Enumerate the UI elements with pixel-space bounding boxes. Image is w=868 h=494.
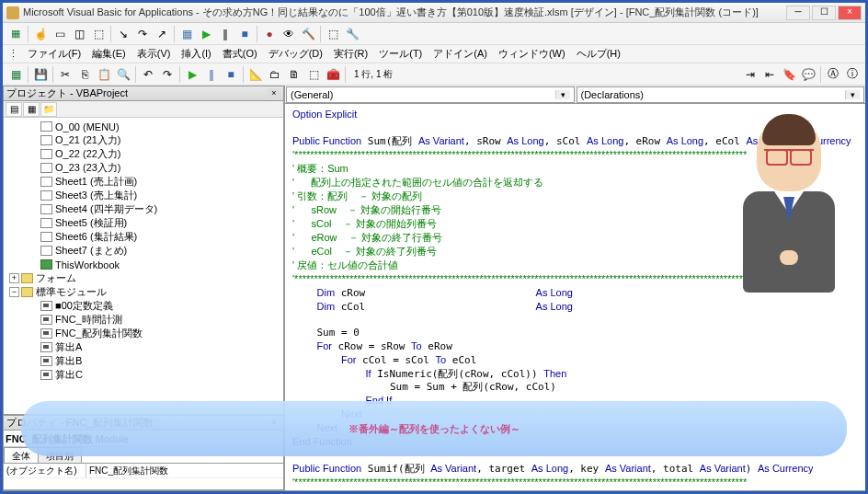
browser-icon[interactable]: ⬚ bbox=[304, 65, 323, 84]
tools-icon[interactable]: 🔧 bbox=[343, 25, 361, 43]
project-panel: プロジェクト - VBAProject × ▤ ▦ 📁 O_00 (MENU)O… bbox=[3, 86, 284, 415]
step-over-icon[interactable]: ↷ bbox=[133, 25, 152, 43]
tree-item[interactable]: O_21 (21入力) bbox=[4, 133, 283, 147]
cut-icon[interactable]: ✂ bbox=[56, 65, 74, 84]
property-value[interactable]: FNC_配列集計関数 bbox=[86, 464, 283, 477]
tree-module[interactable]: 算出C bbox=[4, 368, 283, 382]
find-icon[interactable]: 🔍 bbox=[114, 65, 132, 84]
tree-module[interactable]: FNC_配列集計関数 bbox=[4, 327, 283, 340]
hand-icon[interactable]: ☝ bbox=[31, 25, 50, 43]
window-controls: ─ ☐ × bbox=[786, 6, 862, 20]
tree-module[interactable]: FNC_時間計測 bbox=[4, 313, 283, 327]
menu-debug[interactable]: デバッグ(D) bbox=[263, 45, 328, 63]
watch-icon[interactable]: 👁 bbox=[280, 25, 298, 43]
toolbar-2: ▦ 💾 ✂ ⎘ 📋 🔍 ↶ ↷ ▶ ‖ ■ 📐 🗀 🗎 ⬚ 🧰 1 行, 1 桁… bbox=[3, 63, 865, 86]
cursor-position: 1 行, 1 桁 bbox=[348, 68, 398, 81]
pause2-icon[interactable]: ‖ bbox=[202, 65, 221, 84]
save-icon[interactable]: 💾 bbox=[31, 65, 50, 84]
folder-toggle-icon[interactable]: 📁 bbox=[40, 102, 57, 117]
bookmark-icon[interactable]: 🔖 bbox=[780, 65, 798, 84]
menu-tools[interactable]: ツール(T) bbox=[373, 45, 428, 63]
undo-icon[interactable]: ↶ bbox=[139, 65, 157, 84]
breakpoint-icon[interactable]: ● bbox=[260, 25, 279, 43]
project-icon[interactable]: 🗀 bbox=[266, 65, 284, 84]
tree-item[interactable]: ThisWorkbook bbox=[4, 258, 283, 271]
tree-item[interactable]: Sheet4 (四半期データ) bbox=[4, 202, 283, 216]
lock-icon[interactable]: ⬚ bbox=[89, 25, 108, 43]
tree-item[interactable]: O_22 (22入力) bbox=[4, 147, 283, 161]
chevron-down-icon[interactable]: ▾ bbox=[555, 90, 570, 99]
redo-icon[interactable]: ↷ bbox=[158, 65, 177, 84]
project-tree[interactable]: O_00 (MENU)O_21 (21入力)O_22 (22入力)O_23 (2… bbox=[4, 118, 283, 414]
app-icon bbox=[6, 6, 19, 19]
excel-icon[interactable]: ▦ bbox=[6, 25, 25, 43]
tree-item[interactable]: Sheet6 (集計結果) bbox=[4, 230, 283, 244]
menu-help[interactable]: ヘルプ(H) bbox=[571, 45, 626, 63]
property-row[interactable]: (オブジェクト名) FNC_配列集計関数 bbox=[4, 464, 283, 478]
complete-icon[interactable]: Ⓐ bbox=[824, 65, 842, 84]
property-key: (オブジェクト名) bbox=[4, 464, 86, 477]
tree-folder-forms[interactable]: +フォーム bbox=[4, 271, 283, 285]
info-icon[interactable]: ⓘ bbox=[843, 65, 862, 84]
tree-module[interactable]: ■00定数定義 bbox=[4, 299, 283, 313]
project-close-icon[interactable]: × bbox=[268, 88, 280, 99]
toolbox-icon[interactable]: 🧰 bbox=[324, 65, 342, 84]
menu-run[interactable]: 実行(R) bbox=[328, 45, 373, 63]
pause-icon[interactable]: ‖ bbox=[216, 25, 234, 43]
build-icon[interactable]: 🔨 bbox=[299, 25, 317, 43]
project-panel-title: プロジェクト - VBAProject bbox=[6, 86, 128, 100]
props-icon[interactable]: 🗎 bbox=[285, 65, 303, 84]
view-excel-icon[interactable]: ▦ bbox=[6, 65, 25, 84]
design-icon[interactable]: ◫ bbox=[70, 25, 88, 43]
menu-window[interactable]: ウィンドウ(W) bbox=[493, 45, 571, 63]
tree-item[interactable]: O_00 (MENU) bbox=[4, 120, 283, 133]
project-panel-header: プロジェクト - VBAProject × bbox=[4, 86, 283, 101]
tree-item[interactable]: Sheet3 (売上集計) bbox=[4, 189, 283, 202]
window-title: Microsoft Visual Basic for Applications … bbox=[23, 6, 759, 19]
design2-icon[interactable]: 📐 bbox=[246, 65, 265, 84]
menu-addins[interactable]: アドイン(A) bbox=[428, 45, 493, 63]
tree-module[interactable]: 算出B bbox=[4, 354, 283, 368]
stop2-icon[interactable]: ■ bbox=[222, 65, 240, 84]
chevron-down-icon[interactable]: ▾ bbox=[845, 90, 860, 99]
outdent-icon[interactable]: ⇤ bbox=[760, 65, 779, 84]
menu-view[interactable]: 表示(V) bbox=[131, 45, 177, 63]
menu-format[interactable]: 書式(O) bbox=[217, 45, 263, 63]
minimize-button[interactable]: ─ bbox=[786, 6, 810, 20]
run2-icon[interactable]: ▶ bbox=[183, 65, 201, 84]
comment-icon[interactable]: 💬 bbox=[799, 65, 817, 84]
tree-item[interactable]: Sheet1 (売上計画) bbox=[4, 175, 283, 189]
menu-file[interactable]: ファイル(F) bbox=[22, 45, 86, 63]
procedure-combo[interactable]: (Declarations)▾ bbox=[577, 86, 865, 103]
tree-item[interactable]: Sheet5 (検証用) bbox=[4, 216, 283, 230]
tree-item[interactable]: O_23 (23入力) bbox=[4, 161, 283, 175]
indent-icon[interactable]: ⇥ bbox=[741, 65, 760, 84]
overlay-caption: ※番外編～配列を使ったよくない例～ bbox=[21, 401, 847, 456]
object-icon[interactable]: ⬚ bbox=[324, 25, 342, 43]
run-icon[interactable]: ▶ bbox=[197, 25, 215, 43]
insert-icon[interactable]: ▦ bbox=[177, 25, 196, 43]
maximize-button[interactable]: ☐ bbox=[812, 6, 836, 20]
menu-edit[interactable]: 編集(E) bbox=[86, 45, 131, 63]
step-out-icon[interactable]: ↗ bbox=[153, 25, 171, 43]
titlebar: Microsoft Visual Basic for Applications … bbox=[3, 3, 865, 23]
step-into-icon[interactable]: ↘ bbox=[114, 25, 132, 43]
paste-icon[interactable]: 📋 bbox=[95, 65, 113, 84]
tree-item[interactable]: Sheet7 (まとめ) bbox=[4, 244, 283, 258]
copy-icon[interactable]: ⎘ bbox=[75, 65, 94, 84]
view-object-icon[interactable]: ▦ bbox=[23, 102, 40, 117]
tree-module[interactable]: 算出A bbox=[4, 340, 283, 354]
menubar: ⋮ ファイル(F) 編集(E) 表示(V) 挿入(I) 書式(O) デバッグ(D… bbox=[3, 45, 865, 63]
object-combo[interactable]: (General)▾ bbox=[286, 86, 575, 103]
overlay-text: 番外編～配列を使ったよくない例～ bbox=[359, 423, 520, 434]
avatar-image bbox=[729, 118, 849, 302]
form-icon[interactable]: ▭ bbox=[51, 25, 69, 43]
project-toolbar: ▤ ▦ 📁 bbox=[4, 101, 283, 118]
menu-insert[interactable]: 挿入(I) bbox=[176, 45, 216, 63]
code-header: (General)▾ (Declarations)▾ bbox=[285, 86, 865, 104]
view-code-icon[interactable]: ▤ bbox=[6, 102, 22, 117]
close-button[interactable]: × bbox=[838, 6, 862, 20]
stop-icon[interactable]: ■ bbox=[235, 25, 254, 43]
tree-folder-modules[interactable]: −標準モジュール bbox=[4, 285, 283, 299]
statusbar: 準備完了 ▦ ⚠ アクセシビリティ: 検討が必要です 平均: 10 データの個数… bbox=[3, 490, 865, 494]
